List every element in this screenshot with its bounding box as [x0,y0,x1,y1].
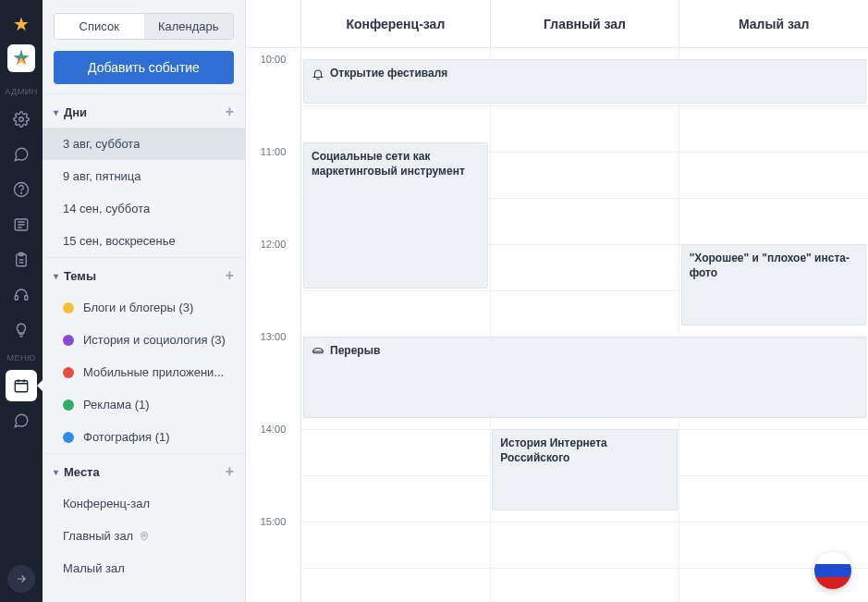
hour-label: 12:00 [246,239,300,250]
svg-rect-12 [15,381,28,392]
calendar-grid: 10:0011:0012:0013:0014:0015:00 Открытие … [246,48,868,602]
help-icon [13,181,30,198]
time-gutter: 10:0011:0012:0013:0014:0015:00 [246,48,301,602]
event-title: "Хорошее" и "плохое" инста-фото [690,252,850,279]
food-icon [312,345,324,358]
svg-marker-2 [14,50,21,59]
chat-bubble-icon [13,146,30,163]
topic-item-label: История и социология (3) [83,333,226,347]
day-item[interactable]: 14 сен, суббота [43,192,245,225]
svg-marker-1 [21,50,29,59]
arrow-right-icon [15,572,28,585]
view-list-button[interactable]: Список [55,14,144,39]
clipboard-icon [13,252,30,268]
place-item-label: Малый зал [63,561,125,575]
section-topics-title: Темы [64,269,96,283]
rail-menu-chat[interactable] [6,405,37,436]
event-title: Перерыв [330,344,380,357]
topic-color-dot [63,399,74,411]
calendar-event[interactable]: История Интернета Российского [492,429,677,510]
section-places-header[interactable]: ▾ Места + [43,453,245,487]
section-topics-add[interactable]: + [226,267,234,284]
view-calendar-button[interactable]: Календарь [144,14,234,39]
sidebar-top: Список Календарь Добавить событие [43,0,245,93]
view-toggle: Список Календарь [54,13,234,40]
svg-point-13 [143,534,146,536]
calendar-event[interactable]: "Хорошее" и "плохое" инста-фото [681,244,866,326]
language-russian[interactable] [814,552,851,589]
section-places-add[interactable]: + [226,463,234,480]
place-item[interactable]: Конференц-зал [43,487,245,520]
flag-stripe-blue [814,564,851,576]
section-days-add[interactable]: + [226,104,234,120]
section-days-header[interactable]: ▾ Дни + [43,93,245,128]
day-item[interactable]: 3 авг, суббота [43,128,245,160]
rail-clipboard[interactable] [6,244,37,276]
app-star-icon[interactable]: ★ [13,13,30,35]
icon-rail: ★ АДМИН МЕНЮ [0,0,43,602]
news-icon [13,216,30,233]
place-item-label: Конференц-зал [63,497,150,510]
sidebar-list: ▾ Дни + 3 авг, суббота9 авг, пятница14 с… [43,93,245,602]
topic-item[interactable]: Фотография (1) [43,421,245,453]
sidebar: Список Календарь Добавить событие ▾ Дни … [43,0,246,602]
rail-chat[interactable] [6,139,37,170]
calendar-event[interactable]: Перерыв [303,337,866,418]
room-column-header: Конференц-зал [301,0,491,47]
app-root: ★ АДМИН МЕНЮ Список Календарь [0,0,868,602]
rail-section-menu: МЕНЮ [6,353,35,362]
rail-news[interactable] [6,209,37,240]
svg-point-4 [19,117,24,122]
rail-idea[interactable] [6,314,37,346]
rail-schedule[interactable] [6,370,37,401]
day-item[interactable]: 9 авг, пятница [43,160,245,192]
day-item[interactable]: 15 сен, воскресенье [43,225,245,257]
day-item-label: 15 сен, воскресенье [63,234,176,248]
pin-icon [139,531,150,542]
topic-color-dot [63,367,74,378]
hour-label: 10:00 [246,54,300,65]
caret-down-icon: ▾ [54,467,58,477]
app-logo[interactable] [7,44,35,72]
event-title: Социальные сети как маркетинговый инстру… [312,150,465,178]
place-item[interactable]: Малый зал [43,552,245,584]
rail-help[interactable] [6,174,37,205]
rail-headset[interactable] [6,279,37,311]
day-item-label: 9 авг, пятница [63,169,141,183]
time-gutter-header [246,0,301,47]
headset-icon [13,287,30,303]
topic-color-dot [63,335,74,346]
calendar-event[interactable]: Социальные сети как маркетинговый инстру… [303,142,488,289]
topic-item[interactable]: История и социология (3) [43,324,245,356]
day-item-label: 14 сен, суббота [63,202,150,215]
hour-label: 15:00 [246,516,300,527]
topic-item[interactable]: Блоги и блогеры (3) [43,291,245,324]
rail-go-button[interactable] [7,565,35,593]
logo-star-icon [11,48,31,68]
add-event-button[interactable]: Добавить событие [54,51,234,84]
place-item-label: Главный зал [63,529,133,543]
caret-down-icon: ▾ [54,107,58,117]
svg-point-6 [21,192,22,193]
event-title: История Интернета Российского [500,436,606,464]
hour-label: 13:00 [246,331,300,342]
topic-item[interactable]: Реклама (1) [43,388,245,421]
room-column-header: Малый зал [679,0,868,47]
topic-color-dot [63,302,74,313]
event-title: Открытие фестиваля [330,67,447,80]
place-item[interactable]: Главный зал [43,520,245,552]
hour-label: 14:00 [246,424,300,435]
hour-label: 11:00 [246,146,300,157]
lightbulb-icon [13,322,30,338]
rail-settings[interactable] [6,104,37,135]
calendar-event[interactable]: Открытие фестиваля [303,59,866,104]
caret-down-icon: ▾ [54,271,58,281]
calendar-main: Конференц-залГлавный залМалый зал 10:001… [246,0,868,602]
chat-icon [13,412,30,429]
topic-item-label: Мобильные приложени... [83,365,224,379]
section-topics-header[interactable]: ▾ Темы + [43,257,245,291]
topic-item-label: Реклама (1) [83,398,150,412]
day-item-label: 3 авг, суббота [63,137,140,151]
topic-item[interactable]: Мобильные приложени... [43,356,245,388]
topic-item-label: Блоги и блогеры (3) [83,301,193,314]
